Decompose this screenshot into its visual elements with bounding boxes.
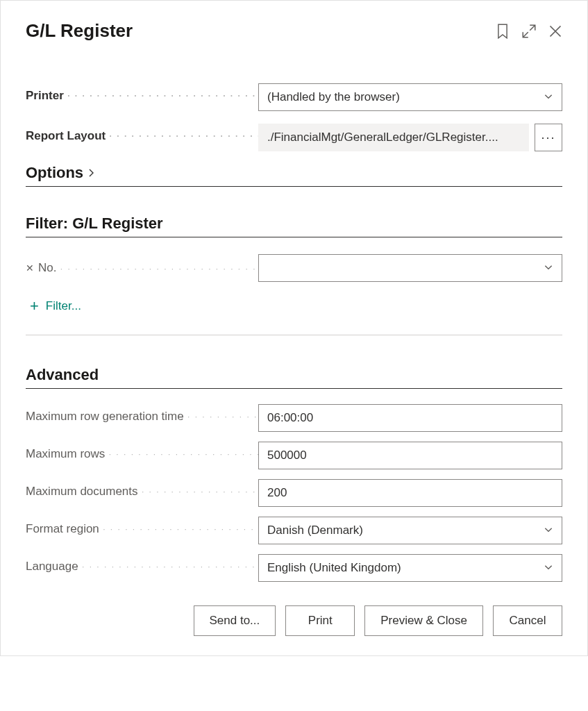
- dialog-header: G/L Register: [26, 20, 562, 42]
- format-region-select[interactable]: Danish (Denmark): [258, 517, 562, 544]
- language-label: Language: [26, 560, 258, 577]
- format-region-row: Format region Danish (Denmark): [26, 517, 562, 544]
- options-heading[interactable]: Options: [26, 164, 562, 187]
- section-divider: [26, 335, 562, 335]
- ellipsis-icon: ···: [541, 131, 555, 145]
- printer-value: (Handled by the browser): [267, 90, 400, 104]
- chevron-down-icon: [544, 92, 553, 103]
- bookmark-icon[interactable]: [496, 24, 510, 38]
- filter-section: Filter: G/L Register ✕ No. + Filter...: [26, 215, 562, 335]
- max-time-input[interactable]: [258, 404, 562, 432]
- page-title: G/L Register: [26, 20, 133, 42]
- add-filter-label: Filter...: [46, 299, 81, 313]
- dialog-footer: Send to... Print Preview & Close Cancel: [26, 599, 562, 636]
- language-row: Language English (United Kingdom): [26, 554, 562, 582]
- chevron-down-icon: [544, 562, 553, 574]
- max-docs-input[interactable]: [258, 479, 562, 507]
- plus-icon: +: [30, 297, 39, 315]
- advanced-section: Advanced Maximum row generation time Max…: [26, 366, 562, 582]
- language-select[interactable]: English (United Kingdom): [258, 554, 562, 582]
- printer-row: Printer (Handled by the browser): [26, 83, 562, 111]
- remove-filter-icon[interactable]: ✕: [26, 262, 34, 274]
- max-docs-row: Maximum documents: [26, 479, 562, 507]
- preview-close-button[interactable]: Preview & Close: [364, 605, 483, 636]
- filter-no-input[interactable]: [258, 254, 562, 282]
- chevron-down-icon: [544, 525, 553, 537]
- printer-label: Printer: [26, 89, 258, 106]
- filter-heading: Filter: G/L Register: [26, 215, 562, 237]
- report-layout-lookup-button[interactable]: ···: [535, 124, 562, 151]
- chevron-right-icon: [87, 168, 96, 178]
- print-button[interactable]: Print: [285, 605, 355, 636]
- filter-no-row: ✕ No.: [26, 254, 562, 282]
- chevron-down-icon: [544, 262, 553, 274]
- max-time-row: Maximum row generation time: [26, 404, 562, 432]
- report-layout-row: Report Layout ./FinancialMgt/GeneralLedg…: [26, 124, 562, 151]
- report-layout-value: ./FinancialMgt/GeneralLedger/GLRegister.…: [258, 124, 529, 151]
- expand-icon[interactable]: [522, 24, 536, 38]
- filter-no-label: No.: [38, 261, 56, 274]
- format-region-label: Format region: [26, 522, 258, 539]
- format-region-value: Danish (Denmark): [267, 524, 363, 537]
- filter-no-label-wrap: ✕ No.: [26, 261, 258, 275]
- max-rows-label: Maximum rows: [26, 447, 258, 465]
- report-layout-label: Report Layout: [26, 129, 258, 147]
- language-value: English (United Kingdom): [267, 561, 401, 575]
- advanced-heading: Advanced: [26, 366, 562, 389]
- close-icon[interactable]: [548, 24, 562, 38]
- max-rows-row: Maximum rows: [26, 442, 562, 469]
- cancel-button[interactable]: Cancel: [493, 605, 562, 636]
- send-to-button[interactable]: Send to...: [194, 605, 276, 636]
- add-filter-button[interactable]: + Filter...: [30, 297, 562, 315]
- max-rows-input[interactable]: [258, 442, 562, 469]
- options-section: Options: [26, 164, 562, 187]
- max-docs-label: Maximum documents: [26, 485, 258, 502]
- report-request-dialog: G/L Register Printer (Handled by the bro…: [1, 1, 587, 655]
- max-time-label: Maximum row generation time: [26, 410, 258, 427]
- header-icons: [496, 24, 562, 38]
- printer-select[interactable]: (Handled by the browser): [258, 83, 562, 111]
